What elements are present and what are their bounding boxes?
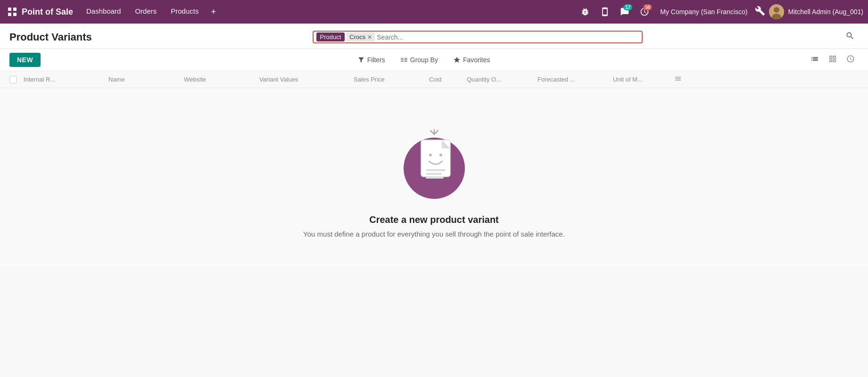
avatar[interactable] xyxy=(769,4,784,19)
phone-icon-btn[interactable] xyxy=(597,4,613,20)
svg-point-14 xyxy=(439,154,442,156)
groupby-button[interactable]: Group By xyxy=(397,54,442,66)
empty-state: Create a new product variant You must de… xyxy=(0,88,868,266)
svg-rect-3 xyxy=(13,13,17,16)
svg-point-13 xyxy=(429,154,432,156)
col-header-unit[interactable]: Unit of M... xyxy=(613,76,674,83)
toolbar-left: NEW xyxy=(9,53,41,67)
svg-rect-15 xyxy=(426,169,446,171)
search-input[interactable] xyxy=(377,33,638,41)
empty-state-title: Create a new product variant xyxy=(369,214,499,225)
empty-state-subtitle: You must define a product for everything… xyxy=(303,230,565,238)
top-navigation: Point of Sale Dashboard Orders Products … xyxy=(0,0,868,24)
empty-illustration xyxy=(397,126,472,201)
svg-rect-17 xyxy=(426,177,444,179)
nav-dashboard[interactable]: Dashboard xyxy=(80,4,127,20)
bug-icon-btn[interactable] xyxy=(577,4,593,20)
svg-rect-2 xyxy=(8,13,11,16)
search-icon[interactable] xyxy=(842,29,859,45)
grid-menu-icon[interactable] xyxy=(5,4,20,19)
search-tag-label: Product xyxy=(316,33,345,41)
col-header-website[interactable]: Website xyxy=(184,76,259,83)
col-header-internal[interactable]: Internal R... xyxy=(24,76,108,83)
new-button[interactable]: NEW xyxy=(9,53,41,67)
toolbar: NEW Filters Group By Favorites xyxy=(0,49,868,71)
kanban-view-btn[interactable] xyxy=(825,53,841,67)
svg-rect-0 xyxy=(8,8,11,11)
select-all-checkbox[interactable] xyxy=(9,76,17,83)
clock-icon-btn[interactable]: 50 xyxy=(637,4,653,20)
settings-icon[interactable] xyxy=(755,6,765,18)
groupby-label: Group By xyxy=(410,56,438,64)
favorites-button[interactable]: Favorites xyxy=(449,54,494,66)
table-header: Internal R... Name Website Variant Value… xyxy=(0,71,868,88)
col-header-variant[interactable]: Variant Values xyxy=(259,76,354,83)
col-header-sales-price[interactable]: Sales Price xyxy=(354,76,429,83)
clock-view-btn[interactable] xyxy=(843,53,859,67)
col-settings-btn[interactable] xyxy=(674,75,688,84)
toolbar-center: Filters Group By Favorites xyxy=(354,54,494,66)
chat-icon-btn[interactable]: 17 xyxy=(617,4,633,20)
col-header-cost[interactable]: Cost xyxy=(429,76,467,83)
subheader: Product Variants Product Crocs ✕ xyxy=(0,24,868,49)
nav-add[interactable]: + xyxy=(206,4,221,20)
topnav-right-actions: 17 50 My Company (San Francisco) Mitchel… xyxy=(577,4,863,20)
page-title: Product Variants xyxy=(9,31,113,43)
clock-badge: 50 xyxy=(643,4,652,10)
filters-button[interactable]: Filters xyxy=(354,54,389,66)
col-header-qty-on[interactable]: Quantity O... xyxy=(467,76,537,83)
chat-badge: 17 xyxy=(623,4,632,10)
favorites-label: Favorites xyxy=(463,56,490,64)
svg-point-5 xyxy=(774,7,779,13)
col-header-name[interactable]: Name xyxy=(108,76,184,83)
list-view-btn[interactable] xyxy=(807,53,823,67)
nav-orders[interactable]: Orders xyxy=(128,4,163,20)
svg-rect-16 xyxy=(426,173,442,175)
admin-name: Mitchell Admin (Aug_001) xyxy=(788,8,863,16)
company-name: My Company (San Francisco) xyxy=(660,8,747,16)
search-tag-remove[interactable]: ✕ xyxy=(367,34,372,41)
app-brand: Point of Sale xyxy=(22,7,73,17)
search-tag-value: Crocs ✕ xyxy=(347,33,375,41)
svg-rect-1 xyxy=(13,8,17,11)
search-bar[interactable]: Product Crocs ✕ xyxy=(313,31,643,43)
filters-label: Filters xyxy=(367,56,385,64)
toolbar-right xyxy=(807,53,859,67)
nav-products[interactable]: Products xyxy=(164,4,205,20)
top-nav-menu: Dashboard Orders Products + xyxy=(80,4,575,20)
col-header-forecasted[interactable]: Forecasted ... xyxy=(537,76,613,83)
